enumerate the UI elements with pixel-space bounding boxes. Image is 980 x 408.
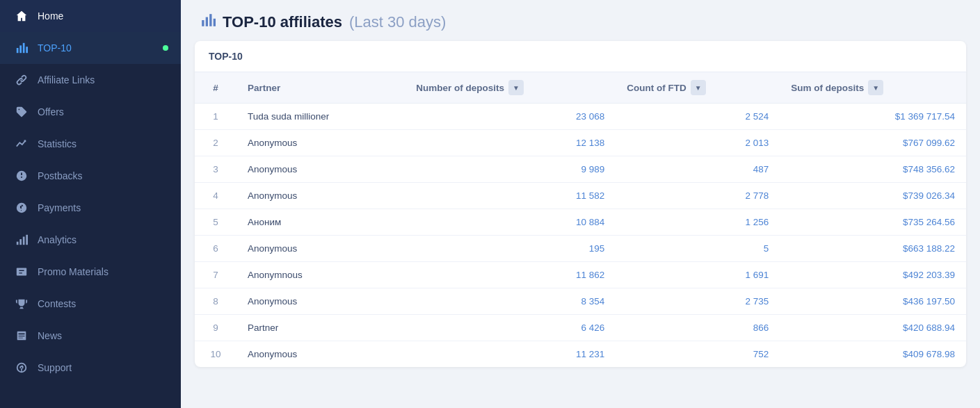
cell-sum: $748 356.62 (780, 156, 966, 183)
chart-bar-icon (15, 42, 28, 54)
cell-partner: Аноним (236, 209, 405, 236)
main-content: TOP-10 affiliates (Last 30 days) TOP-10 … (181, 0, 980, 408)
sidebar-item-top10[interactable]: TOP-10 (0, 32, 181, 64)
table-header-row: # Partner Number of deposits ▼ Count of … (195, 72, 966, 104)
promo-icon (15, 266, 28, 278)
col-ftd: Count of FTD ▼ (616, 72, 780, 104)
cell-deposits: 6 426 (405, 315, 616, 341)
svg-rect-6 (19, 239, 22, 245)
cell-sum: $739 026.34 (780, 183, 966, 209)
sidebar-item-home[interactable]: Home (0, 0, 181, 32)
cell-sum: $735 264.56 (780, 209, 966, 236)
cell-rank: 5 (195, 209, 236, 236)
sort-ftd-btn[interactable]: ▼ (691, 80, 706, 95)
svg-rect-12 (209, 14, 211, 26)
sidebar-item-support[interactable]: Support (0, 352, 181, 384)
dollar-icon (15, 202, 28, 214)
cell-ftd: 2 524 (616, 104, 780, 130)
card-title: TOP-10 (195, 41, 966, 72)
sidebar-item-postbacks[interactable]: Postbacks (0, 160, 181, 192)
sidebar-item-affiliate-links[interactable]: Affiliate Links (0, 64, 181, 96)
cell-rank: 6 (195, 236, 236, 262)
cell-ftd: 2 778 (616, 183, 780, 209)
cell-ftd: 487 (616, 156, 780, 183)
svg-rect-0 (17, 48, 19, 53)
cell-rank: 4 (195, 183, 236, 209)
line-chart-icon (15, 138, 28, 150)
sidebar-item-news[interactable]: News (0, 320, 181, 352)
cell-ftd: 866 (616, 315, 780, 341)
trophy-icon (15, 297, 28, 310)
table-row: 8 Anonymous 8 354 2 735 $436 197.50 (195, 288, 966, 315)
cell-deposits: 11 231 (405, 341, 616, 368)
table-row: 10 Anonymous 11 231 752 $409 678.98 (195, 341, 966, 368)
cell-partner: Anonymous (236, 183, 405, 209)
cell-ftd: 5 (616, 236, 780, 262)
cell-sum: $420 688.94 (780, 315, 966, 341)
svg-rect-11 (206, 17, 208, 26)
cell-deposits: 12 138 (405, 130, 616, 156)
svg-rect-3 (26, 47, 28, 53)
sort-sum-btn[interactable]: ▼ (868, 80, 883, 95)
sidebar-item-contests[interactable]: Contests (0, 288, 181, 320)
cell-rank: 9 (195, 315, 236, 341)
sidebar-item-label: Offers (38, 106, 64, 117)
cell-deposits: 10 884 (405, 209, 616, 236)
page-subtitle: (Last 30 days) (349, 13, 446, 31)
cell-rank: 1 (195, 104, 236, 130)
header-chart-icon (200, 13, 216, 31)
col-rank: # (195, 72, 236, 104)
sidebar-item-label: Statistics (38, 138, 77, 149)
sidebar-item-statistics[interactable]: Statistics (0, 128, 181, 160)
table-row: 9 Partner 6 426 866 $420 688.94 (195, 315, 966, 341)
col-partner: Partner (236, 72, 405, 104)
cell-partner: Tuda suda millioner (236, 104, 405, 130)
cell-deposits: 9 989 (405, 156, 616, 183)
sort-deposits-btn[interactable]: ▼ (508, 80, 524, 95)
cell-rank: 3 (195, 156, 236, 183)
svg-rect-2 (23, 43, 25, 53)
cell-partner: Anonymnous (236, 262, 405, 288)
cell-sum: $663 188.22 (780, 236, 966, 262)
table-body: 1 Tuda suda millioner 23 068 2 524 $1 36… (195, 104, 966, 368)
cell-sum: $1 369 717.54 (780, 104, 966, 130)
cell-ftd: 1 256 (616, 209, 780, 236)
cell-sum: $492 203.39 (780, 262, 966, 288)
cell-deposits: 11 582 (405, 183, 616, 209)
svg-rect-7 (23, 237, 25, 245)
cell-partner: Anonymous (236, 341, 405, 368)
link-icon (15, 74, 28, 86)
cell-rank: 2 (195, 130, 236, 156)
sidebar-item-label: Payments (38, 202, 81, 213)
sidebar-item-offers[interactable]: Offers (0, 96, 181, 128)
cell-ftd: 2 735 (616, 288, 780, 315)
cell-ftd: 1 691 (616, 262, 780, 288)
sidebar-item-label: Contests (38, 298, 76, 309)
sidebar-item-promo-materials[interactable]: Promo Materials (0, 256, 181, 288)
cell-partner: Partner (236, 315, 405, 341)
sidebar: Home TOP-10 Affiliate Links Offers Stati… (0, 0, 181, 408)
svg-rect-13 (214, 19, 216, 26)
table-row: 2 Anonymous 12 138 2 013 $767 099.62 (195, 130, 966, 156)
sidebar-item-label: News (38, 330, 62, 341)
col-deposits: Number of deposits ▼ (405, 72, 616, 104)
active-dot (163, 45, 168, 51)
analytics-icon (15, 234, 28, 246)
svg-rect-1 (19, 45, 22, 53)
col-sum: Sum of deposits ▼ (780, 72, 966, 104)
cell-sum: $436 197.50 (780, 288, 966, 315)
news-icon (15, 329, 28, 342)
sidebar-item-label: Home (38, 10, 63, 22)
table-row: 6 Anonymous 195 5 $663 188.22 (195, 236, 966, 262)
sidebar-item-payments[interactable]: Payments (0, 192, 181, 224)
cell-rank: 8 (195, 288, 236, 315)
cell-partner: Anonymous (236, 156, 405, 183)
table-row: 4 Anonymous 11 582 2 778 $739 026.34 (195, 183, 966, 209)
webhook-icon (15, 170, 28, 182)
tag-icon (15, 106, 28, 118)
sidebar-item-label: Promo Materials (38, 266, 109, 277)
cell-deposits: 195 (405, 236, 616, 262)
sidebar-item-analytics[interactable]: Analytics (0, 224, 181, 256)
sidebar-item-label: Affiliate Links (38, 74, 95, 85)
cell-partner: Anonymous (236, 236, 405, 262)
